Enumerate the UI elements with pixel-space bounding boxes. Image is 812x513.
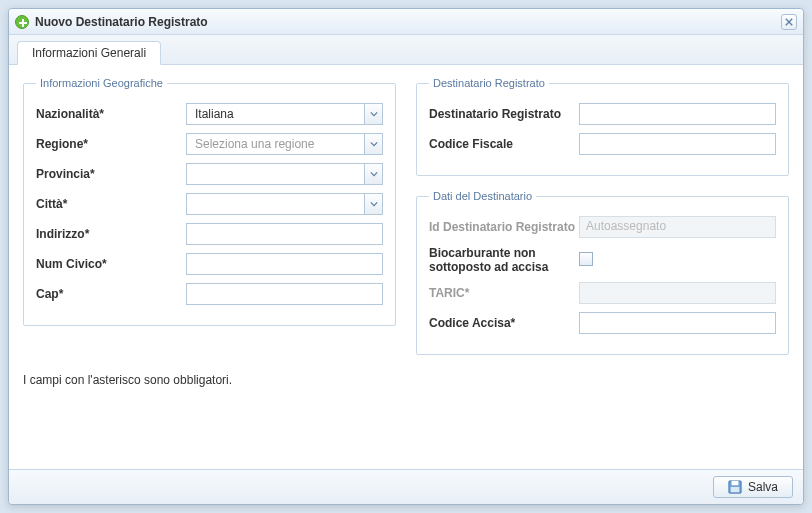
svg-rect-2 — [731, 487, 740, 492]
label-id-destinatario: Id Destinatario Registrato — [429, 220, 579, 234]
label-codice-accisa: Codice Accisa* — [429, 316, 579, 330]
legend-dati-destinatario: Dati del Destinatario — [429, 190, 536, 202]
label-codice-fiscale: Codice Fiscale — [429, 137, 579, 151]
input-indirizzo[interactable] — [186, 223, 383, 245]
fieldset-destinatario-registrato: Destinatario Registrato Destinatario Reg… — [416, 77, 789, 176]
input-codice-accisa[interactable] — [579, 312, 776, 334]
checkbox-biocarburante[interactable] — [579, 252, 593, 266]
label-biocarburante: Biocarburante non sottoposto ad accisa — [429, 246, 579, 274]
save-icon — [728, 480, 742, 494]
chevron-down-icon — [364, 104, 382, 124]
svg-rect-1 — [731, 481, 738, 485]
tab-informazioni-generali[interactable]: Informazioni Generali — [17, 41, 161, 65]
chevron-down-icon — [364, 164, 382, 184]
save-button[interactable]: Salva — [713, 476, 793, 498]
label-cap: Cap* — [36, 287, 186, 301]
select-nazionalita[interactable]: Italiana — [186, 103, 383, 125]
tab-label: Informazioni Generali — [32, 46, 146, 60]
add-icon — [15, 15, 29, 29]
legend-destinatario-registrato: Destinatario Registrato — [429, 77, 549, 89]
close-button[interactable] — [781, 14, 797, 30]
chevron-down-icon — [364, 194, 382, 214]
chevron-down-icon — [364, 134, 382, 154]
window-title: Nuovo Destinatario Registrato — [35, 15, 208, 29]
input-taric — [579, 282, 776, 304]
dialog-body: Informazioni Geografiche Nazionalità* It… — [9, 65, 803, 469]
dialog-window: Nuovo Destinatario Registrato Informazio… — [8, 8, 804, 505]
select-regione[interactable]: Seleziona una regione — [186, 133, 383, 155]
label-destinatario: Destinatario Registrato — [429, 107, 579, 121]
input-civico[interactable] — [186, 253, 383, 275]
titlebar: Nuovo Destinatario Registrato — [9, 9, 803, 35]
input-destinatario[interactable] — [579, 103, 776, 125]
select-citta[interactable] — [186, 193, 383, 215]
save-button-label: Salva — [748, 480, 778, 494]
select-provincia[interactable] — [186, 163, 383, 185]
required-fields-note: I campi con l'asterisco sono obbligatori… — [23, 369, 789, 387]
label-provincia: Provincia* — [36, 167, 186, 181]
tabs: Informazioni Generali — [9, 35, 803, 65]
select-placeholder: Seleziona una regione — [191, 137, 314, 151]
label-regione: Regione* — [36, 137, 186, 151]
fieldset-geografiche: Informazioni Geografiche Nazionalità* It… — [23, 77, 396, 326]
input-id-destinatario: Autoassegnato — [579, 216, 776, 238]
label-citta: Città* — [36, 197, 186, 211]
input-cap[interactable] — [186, 283, 383, 305]
close-icon — [785, 18, 793, 26]
select-value: Italiana — [191, 107, 234, 121]
label-taric: TARIC* — [429, 286, 579, 300]
fieldset-dati-destinatario: Dati del Destinatario Id Destinatario Re… — [416, 190, 789, 355]
dialog-footer: Salva — [9, 469, 803, 504]
label-civico: Num Civico* — [36, 257, 186, 271]
label-indirizzo: Indirizzo* — [36, 227, 186, 241]
input-codice-fiscale[interactable] — [579, 133, 776, 155]
label-nazionalita: Nazionalità* — [36, 107, 186, 121]
legend-geografiche: Informazioni Geografiche — [36, 77, 167, 89]
